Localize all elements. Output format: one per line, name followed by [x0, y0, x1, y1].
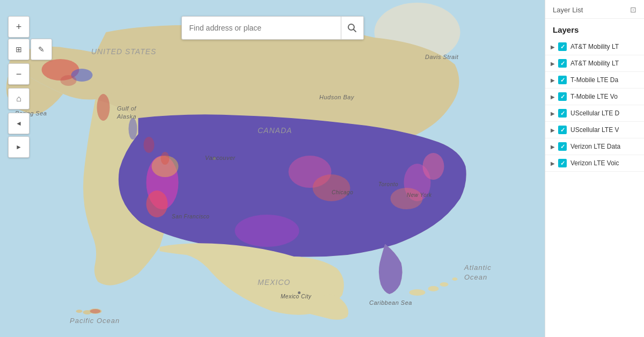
layer-checkbox[interactable]: ✓ [558, 42, 567, 51]
layer-expand-arrow[interactable]: ▶ [551, 61, 555, 67]
layer-label: Verizon LTE Data [570, 143, 620, 150]
layer-checkbox[interactable]: ✓ [558, 126, 567, 134]
layer-item[interactable]: ▶ ✓ T-Mobile LTE Da [545, 72, 644, 89]
layer-checkbox[interactable]: ✓ [558, 159, 567, 167]
sketch-button[interactable]: ✎ [31, 39, 52, 60]
layer-check-icon: ✓ [560, 127, 565, 134]
svg-point-17 [161, 152, 170, 165]
layer-label: T-Mobile LTE Da [570, 76, 618, 84]
svg-point-10 [423, 153, 444, 180]
svg-point-14 [97, 94, 110, 121]
layer-check-icon: ✓ [560, 143, 565, 150]
layers-list: ▶ ✓ AT&T Mobility LT ▶ ✓ AT&T Mobility L… [545, 39, 644, 172]
layer-item[interactable]: ▶ ✓ Verizon LTE Voic [545, 155, 644, 172]
zoom-out-button[interactable]: − [8, 63, 30, 85]
layer-item[interactable]: ▶ ✓ UScellular LTE D [545, 105, 644, 122]
layer-checkbox[interactable]: ✓ [558, 109, 567, 118]
svg-point-25 [90, 309, 101, 313]
svg-point-6 [313, 174, 350, 201]
layer-check-icon: ✓ [560, 77, 565, 84]
map-controls: + ⊞ ✎ − ⌂ ◄ ► [8, 16, 52, 158]
layer-label: AT&T Mobility LT [570, 60, 619, 67]
map-container[interactable]: UNITED STATES CANADA MEXICO Bering Sea G… [0, 0, 545, 337]
layer-expand-arrow[interactable]: ▶ [551, 160, 555, 166]
svg-point-23 [440, 282, 449, 287]
city-dot-mexicocity [298, 291, 301, 294]
search-button[interactable] [341, 17, 363, 39]
layer-checkbox[interactable]: ✓ [558, 76, 567, 84]
layer-check-icon: ✓ [560, 93, 565, 100]
sidebar: Layer List ⊡ Layers ▶ ✓ AT&T Mobility LT… [545, 0, 644, 337]
layer-item[interactable]: ▶ ✓ UScellular LTE V [545, 122, 644, 138]
layer-item[interactable]: ▶ ✓ AT&T Mobility LT [545, 55, 644, 72]
layer-check-icon: ✓ [560, 43, 565, 50]
layer-expand-arrow[interactable]: ▶ [551, 111, 555, 116]
search-icon [347, 23, 357, 33]
layer-label: AT&T Mobility LT [570, 43, 619, 50]
layer-expand-arrow[interactable]: ▶ [551, 44, 555, 50]
layer-item[interactable]: ▶ ✓ AT&T Mobility LT [545, 39, 644, 55]
svg-point-21 [409, 289, 426, 296]
search-input[interactable] [182, 18, 341, 38]
layer-expand-arrow[interactable]: ▶ [551, 94, 555, 100]
svg-line-27 [354, 30, 356, 32]
layer-check-icon: ✓ [560, 160, 565, 167]
sidebar-close-icon[interactable]: ⊡ [630, 5, 636, 14]
layer-check-icon: ✓ [560, 60, 565, 67]
svg-point-20 [76, 310, 83, 313]
svg-point-24 [452, 277, 458, 281]
city-dot-vancouver [213, 157, 216, 160]
search-bar [181, 16, 364, 40]
back-button[interactable]: ◄ [8, 113, 30, 134]
svg-point-22 [428, 286, 439, 291]
home-button[interactable]: ⌂ [8, 88, 30, 109]
svg-point-16 [144, 137, 155, 153]
layer-label: T-Mobile LTE Vo [570, 93, 618, 100]
svg-point-3 [147, 191, 168, 217]
svg-point-15 [129, 118, 137, 140]
layer-expand-arrow[interactable]: ▶ [551, 127, 555, 133]
layer-label: UScellular LTE V [570, 126, 619, 134]
layer-check-icon: ✓ [560, 110, 565, 117]
forward-button[interactable]: ► [8, 136, 30, 158]
layer-expand-arrow[interactable]: ▶ [551, 144, 555, 150]
layers-title: Layers [545, 19, 644, 39]
layer-checkbox[interactable]: ✓ [558, 59, 567, 68]
layer-checkbox[interactable]: ✓ [558, 142, 567, 151]
svg-point-13 [61, 75, 77, 86]
map-svg [0, 0, 545, 337]
layer-item[interactable]: ▶ ✓ T-Mobile LTE Vo [545, 89, 644, 105]
layer-label: Verizon LTE Voic [570, 159, 619, 167]
svg-point-8 [391, 188, 423, 209]
layer-item[interactable]: ▶ ✓ Verizon LTE Data [545, 138, 644, 155]
svg-point-9 [235, 215, 299, 247]
sidebar-header: Layer List ⊡ [545, 0, 644, 19]
layer-checkbox[interactable]: ✓ [558, 92, 567, 101]
sidebar-header-title: Layer List [553, 6, 583, 14]
layer-label: UScellular LTE D [570, 109, 619, 117]
layer-expand-arrow[interactable]: ▶ [551, 77, 555, 83]
basemap-button[interactable]: ⊞ [8, 39, 30, 60]
zoom-in-button[interactable]: + [8, 16, 30, 38]
